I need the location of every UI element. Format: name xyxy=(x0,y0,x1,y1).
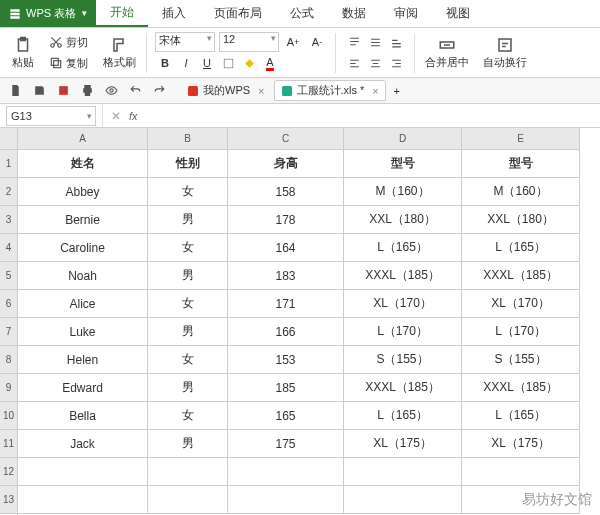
cell[interactable]: Caroline xyxy=(18,234,148,262)
merge-center-button[interactable]: 合并居中 xyxy=(419,30,475,76)
cell[interactable]: XL（175） xyxy=(462,430,580,458)
dropdown-icon[interactable]: ▼ xyxy=(80,9,88,18)
save-button[interactable] xyxy=(30,82,48,100)
underline-button[interactable]: U xyxy=(197,53,217,73)
redo-button[interactable] xyxy=(150,82,168,100)
cell[interactable]: 153 xyxy=(228,346,344,374)
cell[interactable]: 男 xyxy=(148,374,228,402)
cell[interactable]: 171 xyxy=(228,290,344,318)
tab-formula[interactable]: 公式 xyxy=(276,0,328,27)
cell[interactable]: L（165） xyxy=(344,234,462,262)
cell[interactable]: 男 xyxy=(148,262,228,290)
cancel-icon[interactable]: ✕ xyxy=(111,109,121,123)
cell[interactable]: L（165） xyxy=(344,402,462,430)
cell[interactable]: 女 xyxy=(148,402,228,430)
align-center-button[interactable] xyxy=(365,53,385,73)
cell[interactable] xyxy=(462,458,580,486)
cell[interactable]: XXXL（185） xyxy=(462,374,580,402)
font-size-select[interactable]: 12 xyxy=(219,32,279,52)
tab-view[interactable]: 视图 xyxy=(432,0,484,27)
tab-insert[interactable]: 插入 xyxy=(148,0,200,27)
cell[interactable]: 164 xyxy=(228,234,344,262)
select-all-corner[interactable] xyxy=(0,128,17,150)
cell[interactable]: 型号 xyxy=(462,150,580,178)
border-button[interactable] xyxy=(218,53,238,73)
cell[interactable]: Bernie xyxy=(18,206,148,234)
cell[interactable]: 女 xyxy=(148,290,228,318)
print-button[interactable] xyxy=(78,82,96,100)
cut-button[interactable]: 剪切 xyxy=(46,32,91,52)
wrap-text-button[interactable]: 自动换行 xyxy=(477,30,533,76)
row-header[interactable]: 2 xyxy=(0,178,17,206)
cell[interactable]: 男 xyxy=(148,206,228,234)
cell[interactable] xyxy=(344,458,462,486)
font-color-button[interactable]: A xyxy=(260,53,280,73)
cell[interactable]: L（165） xyxy=(462,402,580,430)
cell[interactable]: 女 xyxy=(148,234,228,262)
cell[interactable]: 男 xyxy=(148,430,228,458)
row-header[interactable]: 11 xyxy=(0,430,17,458)
cell[interactable]: L（170） xyxy=(462,318,580,346)
fx-icon[interactable]: fx xyxy=(129,110,138,122)
cell[interactable]: 178 xyxy=(228,206,344,234)
font-decrease-button[interactable]: A- xyxy=(307,32,327,52)
preview-button[interactable] xyxy=(102,82,120,100)
row-header[interactable]: 6 xyxy=(0,290,17,318)
paste-button[interactable]: 粘贴 xyxy=(6,30,40,76)
align-top-button[interactable] xyxy=(344,32,364,52)
close-icon[interactable]: × xyxy=(372,85,378,97)
row-header[interactable]: 10 xyxy=(0,402,17,430)
cell[interactable] xyxy=(228,458,344,486)
col-header-c[interactable]: C xyxy=(228,128,344,150)
cell[interactable]: S（155） xyxy=(462,346,580,374)
tab-layout[interactable]: 页面布局 xyxy=(200,0,276,27)
cell[interactable]: 183 xyxy=(228,262,344,290)
cell[interactable]: 身高 xyxy=(228,150,344,178)
name-box[interactable]: G13 xyxy=(6,106,96,126)
cell[interactable] xyxy=(18,486,148,514)
close-icon[interactable]: × xyxy=(258,85,264,97)
col-header-a[interactable]: A xyxy=(18,128,148,150)
col-header-e[interactable]: E xyxy=(462,128,580,150)
cell[interactable]: XL（175） xyxy=(344,430,462,458)
align-bottom-button[interactable] xyxy=(386,32,406,52)
tab-home[interactable]: 开始 xyxy=(96,0,148,27)
cell[interactable]: 女 xyxy=(148,178,228,206)
row-header[interactable]: 7 xyxy=(0,318,17,346)
new-button[interactable] xyxy=(6,82,24,100)
cell[interactable]: XXL（180） xyxy=(344,206,462,234)
cell[interactable]: M（160） xyxy=(344,178,462,206)
format-painter-button[interactable]: 格式刷 xyxy=(97,30,142,76)
col-header-d[interactable]: D xyxy=(344,128,462,150)
row-header[interactable]: 12 xyxy=(0,458,17,486)
cell[interactable]: Jack xyxy=(18,430,148,458)
align-right-button[interactable] xyxy=(386,53,406,73)
row-header[interactable]: 8 xyxy=(0,346,17,374)
cell[interactable] xyxy=(148,486,228,514)
row-header[interactable]: 3 xyxy=(0,206,17,234)
cell[interactable]: 型号 xyxy=(344,150,462,178)
font-increase-button[interactable]: A+ xyxy=(283,32,303,52)
cell[interactable]: 性别 xyxy=(148,150,228,178)
col-header-b[interactable]: B xyxy=(148,128,228,150)
row-header[interactable]: 9 xyxy=(0,374,17,402)
cell[interactable]: XL（170） xyxy=(344,290,462,318)
row-header[interactable]: 13 xyxy=(0,486,17,514)
cell[interactable]: Bella xyxy=(18,402,148,430)
cell[interactable]: XXL（180） xyxy=(462,206,580,234)
cell[interactable]: 女 xyxy=(148,346,228,374)
cell[interactable]: 166 xyxy=(228,318,344,346)
cell[interactable]: Abbey xyxy=(18,178,148,206)
cell[interactable]: XXXL（185） xyxy=(344,374,462,402)
cell[interactable] xyxy=(18,458,148,486)
cell[interactable]: Helen xyxy=(18,346,148,374)
cell[interactable]: 姓名 xyxy=(18,150,148,178)
cell[interactable]: Edward xyxy=(18,374,148,402)
copy-button[interactable]: 复制 xyxy=(46,53,91,73)
tab-review[interactable]: 审阅 xyxy=(380,0,432,27)
cell[interactable]: 175 xyxy=(228,430,344,458)
bold-button[interactable]: B xyxy=(155,53,175,73)
cell[interactable]: 185 xyxy=(228,374,344,402)
row-header[interactable]: 1 xyxy=(0,150,17,178)
cell[interactable] xyxy=(228,486,344,514)
